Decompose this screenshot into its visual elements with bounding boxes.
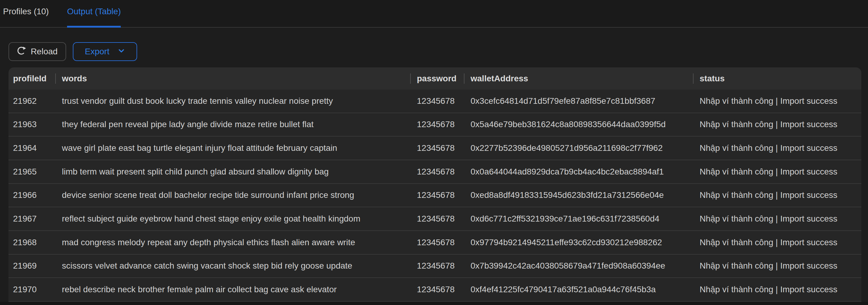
cell-profileId: 21965 [8, 167, 55, 177]
cell-password: 12345678 [410, 120, 464, 129]
cell-walletAddress: 0x0a644044ad8929dca7b9cb4ac4bc2ebac8894a… [464, 167, 693, 177]
cell-walletAddress: 0x97794b9214945211effe93c62cd930212e9882… [464, 238, 693, 247]
table-row: 21964 wave girl plate east bag turtle el… [8, 136, 861, 160]
table-row: 21963 they federal pen reveal pipe lady … [8, 113, 861, 137]
toolbar: Reload Export [8, 42, 137, 61]
cell-profileId: 21966 [8, 190, 55, 200]
cell-profileId: 21962 [8, 96, 55, 106]
cell-password: 12345678 [410, 190, 464, 200]
table-header-row: profileId words password walletAddress s… [8, 67, 861, 90]
export-button[interactable]: Export [73, 42, 137, 61]
cell-status: Nhập ví thành công | Import success [693, 96, 861, 106]
cell-words: scissors velvet advance catch swing vaca… [55, 261, 410, 271]
cell-password: 12345678 [410, 261, 464, 271]
cell-password: 12345678 [410, 238, 464, 247]
cell-words: device senior scene treat doll bachelor … [55, 190, 410, 200]
cell-words: trust vendor guilt dust book lucky trade… [55, 96, 410, 106]
table-row: 21968 mad congress melody repeat any dep… [8, 231, 861, 255]
table-row: 21966 device senior scene treat doll bac… [8, 184, 861, 208]
cell-profileId: 21967 [8, 214, 55, 224]
column-header-password: password [410, 74, 464, 84]
table-body: 21962 trust vendor guilt dust book lucky… [8, 90, 861, 302]
cell-walletAddress: 0x7b39942c42ac4038058679a471fed908a60394… [464, 261, 693, 271]
cell-words: reflect subject guide eyebrow hand chest… [55, 214, 410, 224]
cell-profileId: 21964 [8, 143, 55, 153]
column-header-status: status [693, 74, 861, 84]
table-row: 21965 limb term wait present split child… [8, 160, 861, 184]
cell-password: 12345678 [410, 167, 464, 177]
tab-profiles[interactable]: Profiles (10) [3, 0, 49, 27]
chevron-down-icon [118, 47, 125, 56]
cell-profileId: 21970 [8, 285, 55, 294]
cell-password: 12345678 [410, 143, 464, 153]
cell-profileId: 21963 [8, 120, 55, 129]
reload-button[interactable]: Reload [8, 42, 66, 61]
cell-status: Nhập ví thành công | Import success [693, 214, 861, 224]
table-row: 21962 trust vendor guilt dust book lucky… [8, 90, 861, 113]
cell-password: 12345678 [410, 285, 464, 294]
tab-bar: Profiles (10) Output (Table) [0, 0, 868, 28]
cell-words: limb term wait present split child punch… [55, 167, 410, 177]
table-row: 21970 rebel describe neck brother female… [8, 278, 861, 302]
cell-walletAddress: 0xf4ef41225fc4790417a63f521a0a944c76f45b… [464, 285, 693, 294]
cell-status: Nhập ví thành công | Import success [693, 167, 861, 177]
cell-profileId: 21969 [8, 261, 55, 271]
column-header-profileId: profileId [8, 74, 55, 84]
cell-status: Nhập ví thành công | Import success [693, 143, 861, 153]
tab-output-table[interactable]: Output (Table) [67, 0, 121, 27]
cell-status: Nhập ví thành công | Import success [693, 238, 861, 247]
cell-status: Nhập ví thành công | Import success [693, 285, 861, 294]
cell-status: Nhập ví thành công | Import success [693, 261, 861, 271]
cell-status: Nhập ví thành công | Import success [693, 190, 861, 200]
reload-button-label: Reload [31, 47, 58, 56]
column-header-walletAddress: walletAddress [464, 74, 693, 84]
cell-status: Nhập ví thành công | Import success [693, 120, 861, 129]
table-row: 21967 reflect subject guide eyebrow hand… [8, 207, 861, 231]
cell-walletAddress: 0x5a46e79beb381624c8a80898356644daa0399f… [464, 120, 693, 129]
cell-password: 12345678 [410, 96, 464, 106]
cell-walletAddress: 0x2277b52396de49805271d956a211698c2f77f9… [464, 143, 693, 153]
reload-icon [17, 46, 26, 57]
cell-words: wave girl plate east bag turtle elegant … [55, 143, 410, 153]
table-row: 21969 scissors velvet advance catch swin… [8, 255, 861, 278]
cell-profileId: 21968 [8, 238, 55, 247]
cell-words: rebel describe neck brother female palm … [55, 285, 410, 294]
cell-walletAddress: 0xed8a8df49183315945d623b3fd21a7312566e0… [464, 190, 693, 200]
cell-words: mad congress melody repeat any depth phy… [55, 238, 410, 247]
cell-words: they federal pen reveal pipe lady angle … [55, 120, 410, 129]
column-header-words: words [55, 74, 410, 84]
bottom-clip-edge [0, 302, 868, 305]
export-button-label: Export [85, 47, 110, 56]
cell-walletAddress: 0x3cefc64814d71d5f79efe87a8f85e7c81bbf36… [464, 96, 693, 106]
cell-password: 12345678 [410, 214, 464, 224]
output-table: profileId words password walletAddress s… [8, 67, 861, 302]
cell-walletAddress: 0xd6c771c2ff5321939ce71ae196c631f7238560… [464, 214, 693, 224]
